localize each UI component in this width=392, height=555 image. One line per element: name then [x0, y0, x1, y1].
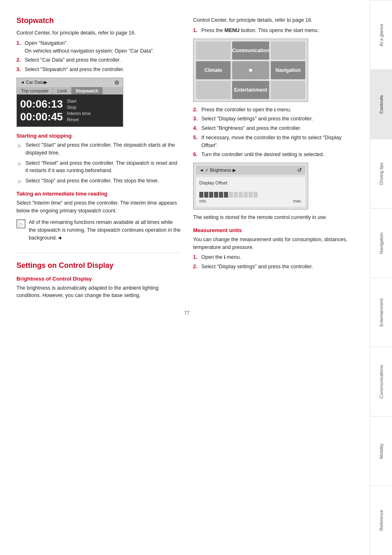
- menu-center: ●: [232, 61, 270, 79]
- sidebar: At a glance Controls Driving tips Naviga…: [370, 0, 392, 555]
- stopwatch-intro: Control Center, for principle details, r…: [16, 29, 181, 37]
- note-text: All of the remaining functions remain av…: [29, 219, 181, 242]
- menu-navigation: Navigation: [271, 61, 305, 79]
- car-data-ui: ◄ Car Data▶ ⚙ Trip computer Limit Stopwa…: [16, 78, 123, 127]
- brightness-bar: [199, 192, 302, 198]
- right-step-6: 6. Turn the controller until the desired…: [193, 151, 357, 159]
- brightness-header: ◄ ✓ Brightness ▶ ↺: [196, 166, 305, 175]
- sidebar-at-a-glance[interactable]: At a glance: [370, 0, 392, 69]
- menu-climate: Climate: [196, 61, 231, 79]
- brightness-labels: min. max.: [199, 199, 302, 203]
- menu-communication: Communication: [232, 41, 270, 60]
- brightness-text: The brightness is automatically adapted …: [16, 284, 181, 300]
- sidebar-navigation[interactable]: Navigation: [370, 208, 392, 278]
- measurement-title: Measurement units: [193, 227, 357, 233]
- right-step-2: 2. Press the controller to open the i me…: [193, 106, 357, 114]
- step-3: 3. Select "Stopwatch" and press the cont…: [16, 66, 181, 74]
- interim-label: Interim time: [67, 111, 90, 116]
- stop-label: Stop: [67, 105, 90, 110]
- interim-text: Select "Interim time" and press the cont…: [16, 199, 181, 215]
- interim-title: Taking an intermediate time reading: [16, 191, 181, 197]
- time-display-1: 00:06:13: [20, 98, 63, 111]
- right-step-1: 1. Press the MENU button. This opens the…: [193, 27, 357, 35]
- measurement-steps: 1. Open the i menu. 2. Select "Display s…: [193, 253, 357, 271]
- stopwatch-steps: 1. Open "Navigation".On vehicles without…: [16, 39, 181, 74]
- settings-title: Settings on Control Display: [16, 261, 181, 270]
- reset-label: Reset: [67, 117, 90, 122]
- starting-stopping-title: Starting and stopping: [16, 133, 181, 139]
- bullet-1: ▷ Select "Start" and press the controlle…: [16, 141, 181, 157]
- right-step-3: 3. Select "Display settings" and press t…: [193, 115, 357, 123]
- trip-computer-tab: Trip computer: [17, 87, 53, 94]
- step-2: 2. Select "Car Data" and press the contr…: [16, 56, 181, 64]
- brightness-body: Display Offset: [196, 177, 305, 207]
- sidebar-mobility[interactable]: Mobility: [370, 416, 392, 486]
- bullet-2: ▷ Select "Reset" and press the controlle…: [16, 159, 181, 175]
- sidebar-entertainment[interactable]: Entertainment: [370, 278, 392, 347]
- right-steps-2-6: 2. Press the controller to open the i me…: [193, 106, 357, 159]
- sidebar-communications[interactable]: Communications: [370, 347, 392, 416]
- sidebar-reference[interactable]: Reference: [370, 486, 392, 555]
- menu-bottom-left: [196, 81, 231, 99]
- right-step-5: 5. If necessary, move the controller to …: [193, 134, 357, 150]
- step-1: 1. Open "Navigation".On vehicles without…: [16, 39, 181, 55]
- meas-step-2: 2. Select "Display settings" and press t…: [193, 263, 357, 271]
- car-data-header: ◄ Car Data▶ ⚙: [17, 78, 123, 87]
- car-data-body: 00:06:13 00:00:45 Start Stop Interim tim…: [17, 94, 123, 127]
- menu-ui: Communication Climate ● Navigation Enter…: [193, 39, 308, 102]
- menu-entertainment: Entertainment: [232, 81, 270, 99]
- menu-grid: Communication Climate ● Navigation Enter…: [196, 41, 305, 99]
- brightness-stored-text: The setting is stored for the remote con…: [193, 214, 357, 221]
- start-label: Start: [67, 99, 90, 104]
- sidebar-driving-tips[interactable]: Driving tips: [370, 139, 392, 208]
- bullet-3: ▷ Select "Stop" and press the controller…: [16, 177, 181, 185]
- car-data-controls: Start Stop Interim time Reset: [67, 98, 90, 123]
- brightness-bar-container: [199, 192, 302, 198]
- right-col-intro: Control Center, for principle details, r…: [193, 16, 357, 24]
- menu-bottom-right: [271, 81, 305, 99]
- stopwatch-title: Stopwatch: [16, 16, 181, 25]
- note-box: ▷ All of the remaining functions remain …: [16, 219, 181, 244]
- sidebar-controls[interactable]: Controls: [370, 69, 392, 139]
- car-data-tabs: Trip computer Limit Stopwatch: [17, 87, 123, 94]
- page-number: 77: [16, 310, 357, 316]
- limit-tab: Limit: [53, 87, 71, 94]
- menu-top-right: [271, 41, 305, 60]
- time-display-2: 00:00:45: [20, 111, 63, 123]
- brightness-ui: ◄ ✓ Brightness ▶ ↺ Display Offset: [193, 163, 308, 210]
- meas-step-1: 1. Open the i menu.: [193, 253, 357, 261]
- bullet-list: ▷ Select "Start" and press the controlle…: [16, 141, 181, 185]
- min-label: min.: [199, 199, 207, 203]
- measurement-text: You can change the measurement units for…: [193, 236, 357, 251]
- right-step-4: 4. Select "Brightness" and press the con…: [193, 124, 357, 132]
- menu-top-left: [196, 41, 231, 60]
- right-steps: 1. Press the MENU button. This opens the…: [193, 27, 357, 35]
- max-label: max.: [293, 199, 302, 203]
- brightness-title: Brightness of Control Display: [16, 276, 181, 282]
- stopwatch-tab: Stopwatch: [71, 87, 103, 94]
- display-offset-label: Display Offset: [199, 180, 302, 185]
- note-icon: ▷: [16, 219, 25, 228]
